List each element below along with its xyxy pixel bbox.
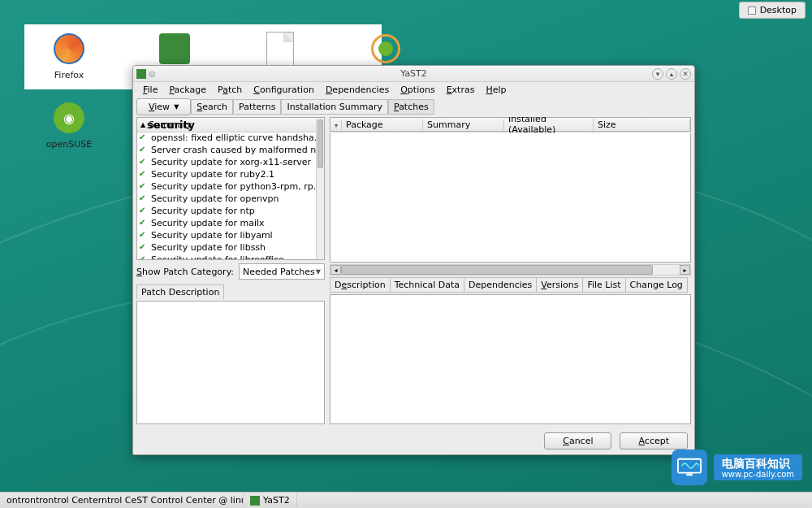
tab-technical-data[interactable]: Technical Data	[390, 277, 464, 293]
tab-versions[interactable]: Versions	[536, 277, 583, 293]
patch-row[interactable]: Security update for libreoffice	[137, 254, 316, 259]
menu-dependencies[interactable]: Dependencies	[321, 84, 394, 96]
tab-dependencies[interactable]: Dependencies	[464, 277, 537, 293]
check-icon	[140, 195, 148, 203]
desktop-icon-label: Firefox	[54, 70, 84, 80]
tab-installation-summary[interactable]: Installation Summary	[281, 99, 388, 115]
watermark-text: 电脑百科知识 www.pc-daily.com	[714, 454, 802, 480]
taskbar-item-yast2[interactable]: YaST2	[244, 493, 297, 507]
minimize-button[interactable]: ▾	[652, 68, 663, 80]
check-icon	[140, 232, 148, 240]
maximize-button[interactable]: ▴	[666, 68, 677, 80]
show-desktop-button[interactable]: Desktop	[739, 2, 806, 19]
view-dropdown-button[interactable]: View ▼	[136, 98, 191, 115]
patch-description-label: Patch Description	[136, 284, 224, 299]
tab-search[interactable]: Search	[191, 99, 233, 115]
tab-patterns[interactable]: Patterns	[233, 99, 281, 115]
chevron-down-icon: ▾	[335, 122, 338, 129]
desktop-button-label: Desktop	[760, 5, 797, 15]
patch-row[interactable]: Security update for openvpn	[137, 193, 316, 205]
patch-row[interactable]: Security update for xorg-x11-server	[137, 156, 316, 168]
firefox-icon	[54, 33, 84, 64]
menu-package[interactable]: Package	[164, 84, 211, 96]
left-pane: ▲ Summary security openssl: fixed ellipt…	[136, 117, 325, 424]
detail-body	[330, 294, 691, 424]
package-table-body[interactable]	[330, 133, 691, 263]
patch-category-combo[interactable]: Needed Patches ▼	[239, 263, 325, 280]
patch-row[interactable]: Server crash caused by malformed n...	[137, 144, 316, 156]
menu-options[interactable]: Options	[395, 84, 439, 96]
detail-tabs: Description Technical Data Dependencies …	[330, 277, 691, 293]
tab-patches[interactable]: Patches	[388, 99, 434, 115]
check-icon	[140, 158, 148, 167]
watermark-monitor-icon	[672, 449, 707, 485]
desktop-icon-opensuse[interactable]: ◉ openSUSE	[41, 102, 97, 150]
tab-description[interactable]: Description	[330, 277, 391, 293]
check-icon	[140, 134, 148, 142]
column-package[interactable]: Package	[342, 119, 423, 130]
check-icon	[140, 207, 148, 215]
chevron-down-icon: ▼	[174, 103, 179, 111]
desktop-icon	[748, 7, 756, 15]
combo-value: Needed Patches	[243, 267, 315, 277]
tab-change-log[interactable]: Change Log	[625, 277, 688, 293]
taskbar-item-label: YaST2	[263, 495, 290, 506]
window-title: YaST2	[133, 68, 694, 79]
tab-file-list[interactable]: File List	[582, 277, 625, 293]
check-icon	[140, 171, 148, 179]
desktop-icons-row2: ◉ openSUSE	[41, 102, 97, 150]
patch-list[interactable]: ▲ Summary security openssl: fixed ellipt…	[136, 117, 325, 260]
patch-row[interactable]: Security update for ntp	[137, 205, 316, 217]
patch-row[interactable]: Security update for python3-rpm, rp...	[137, 180, 316, 193]
patch-description-box	[136, 301, 325, 424]
check-icon	[140, 219, 148, 228]
patch-row[interactable]: Security update for libssh	[137, 241, 316, 254]
desktop-icon-firefox[interactable]: Firefox	[41, 33, 97, 80]
svg-rect-1	[686, 474, 693, 476]
scrollbar-horizontal[interactable]: ◂ ▸	[330, 264, 691, 276]
updater-icon	[371, 34, 400, 63]
document-icon	[266, 32, 294, 66]
column-size[interactable]: Size	[594, 119, 690, 130]
svg-rect-0	[678, 459, 701, 473]
menu-extras[interactable]: Extras	[442, 84, 480, 96]
watermark: 电脑百科知识 www.pc-daily.com	[672, 449, 802, 485]
yast-app-icon	[250, 496, 260, 506]
check-icon	[140, 183, 148, 191]
filter-toolbar: View ▼ Search Patterns Installation Summ…	[133, 97, 694, 117]
cancel-button[interactable]: Cancel	[544, 432, 611, 449]
scroll-left-button[interactable]: ◂	[330, 265, 341, 275]
column-summary[interactable]: Summary	[423, 119, 504, 130]
scrollbar-vertical[interactable]	[316, 118, 324, 259]
accept-button[interactable]: Accept	[620, 432, 688, 449]
status-column[interactable]: ▾	[330, 119, 342, 130]
chevron-down-icon: ▼	[316, 268, 321, 276]
menu-help[interactable]: Help	[481, 84, 511, 96]
patch-row[interactable]: Security update for mailx	[137, 217, 316, 229]
menu-bar: File Package Patch Configuration Depende…	[133, 82, 694, 97]
desktop-icon-label: openSUSE	[46, 139, 92, 150]
menu-configuration[interactable]: Configuration	[248, 84, 319, 96]
check-icon	[140, 244, 148, 252]
chip-icon	[159, 33, 190, 64]
menu-patch[interactable]: Patch	[213, 84, 247, 96]
taskbar: ontrontrontrol Centerntrol CeST Control …	[0, 492, 812, 508]
close-button[interactable]: ✕	[680, 68, 691, 80]
patch-row[interactable]: Security update for ruby2.1	[137, 168, 316, 180]
opensuse-icon: ◉	[54, 102, 84, 133]
column-installed[interactable]: Installed (Available)	[504, 117, 594, 135]
scroll-right-button[interactable]: ▸	[680, 265, 690, 275]
check-icon	[140, 146, 148, 154]
patch-row[interactable]: Security update for libyaml	[137, 229, 316, 241]
patch-row[interactable]: openssl: fixed elliptic curve handsha...	[137, 132, 316, 144]
view-label: View	[149, 102, 170, 112]
patch-category-heading: security	[137, 118, 316, 132]
yast2-window: ◎ YaST2 ▾ ▴ ✕ File Package Patch Configu…	[132, 65, 695, 455]
patch-category-row: Show Patch Category: Needed Patches ▼	[136, 262, 325, 281]
menu-file[interactable]: File	[138, 84, 162, 96]
window-titlebar[interactable]: ◎ YaST2 ▾ ▴ ✕	[133, 66, 694, 82]
right-pane: ▾ Package Summary Installed (Available) …	[330, 117, 691, 424]
taskbar-item-control-center[interactable]: ontrontrontrol Centerntrol CeST Control …	[0, 493, 244, 507]
package-table-header: ▾ Package Summary Installed (Available) …	[330, 117, 691, 132]
show-patch-category-label: Show Patch Category:	[136, 267, 234, 277]
